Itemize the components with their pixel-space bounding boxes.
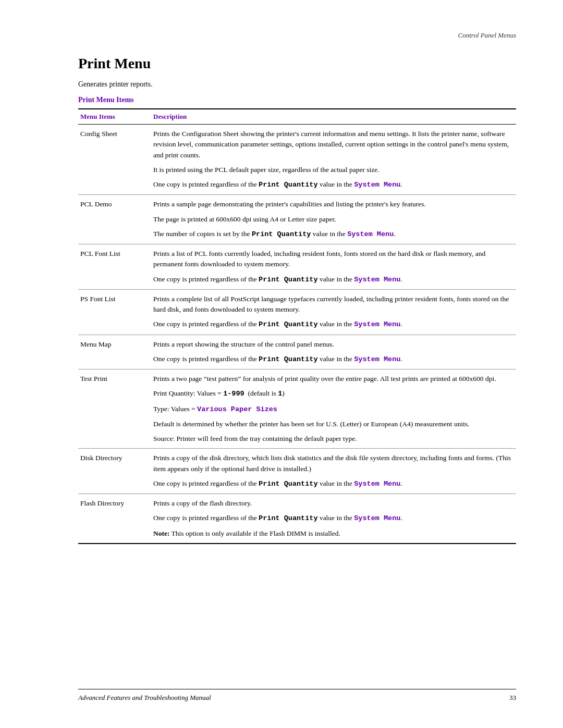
menu-item-disk-directory: Disk Directory: [78, 449, 151, 494]
table-row: Disk Directory Prints a copy of the disk…: [78, 449, 516, 494]
section-heading: Print Menu Items: [78, 96, 516, 104]
menu-item-pcl-font-list: PCL Font List: [78, 244, 151, 290]
table-row: Config Sheet Prints the Configuration Sh…: [78, 125, 516, 195]
footer-left: Advanced Features and Troubleshooting Ma…: [78, 694, 211, 702]
table-row: PCL Demo Prints a sample page demonstrat…: [78, 195, 516, 244]
menu-item-menu-map-desc: Prints a report showing the structure of…: [151, 335, 516, 369]
table-row: PCL Font List Prints a list of PCL fonts…: [78, 244, 516, 290]
menu-item-test-print: Test Print: [78, 369, 151, 449]
menu-item-pcl-font-list-desc: Prints a list of PCL fonts currently loa…: [151, 244, 516, 290]
footer-right: 33: [509, 694, 516, 702]
menu-items-table: Menu Items Description Config Sheet Prin…: [78, 108, 516, 544]
menu-item-config-sheet-desc: Prints the Configuration Sheet showing t…: [151, 125, 516, 195]
table-row: Test Print Prints a two page “test patte…: [78, 369, 516, 449]
table-row: PS Font List Prints a complete list of a…: [78, 289, 516, 335]
footer: Advanced Features and Troubleshooting Ma…: [78, 689, 516, 702]
col-header-menu-items: Menu Items: [78, 109, 151, 125]
menu-item-ps-font-list: PS Font List: [78, 289, 151, 335]
header-right: Control Panel Menus: [78, 31, 516, 40]
table-row: Menu Map Prints a report showing the str…: [78, 335, 516, 369]
menu-item-flash-directory: Flash Directory: [78, 494, 151, 544]
col-header-description: Description: [151, 109, 516, 125]
menu-item-pcl-demo: PCL Demo: [78, 195, 151, 244]
menu-item-ps-font-list-desc: Prints a complete list of all PostScript…: [151, 289, 516, 335]
table-row: Flash Directory Prints a copy of the fla…: [78, 494, 516, 544]
menu-item-pcl-demo-desc: Prints a sample page demonstrating the p…: [151, 195, 516, 244]
menu-item-config-sheet: Config Sheet: [78, 125, 151, 195]
menu-item-flash-directory-desc: Prints a copy of the flash directory. On…: [151, 494, 516, 544]
menu-item-disk-directory-desc: Prints a copy of the disk directory, whi…: [151, 449, 516, 494]
menu-item-test-print-desc: Prints a two page “test pattern” for ana…: [151, 369, 516, 449]
intro-text: Generates printer reports.: [78, 80, 516, 89]
page-title: Print Menu: [78, 55, 516, 72]
menu-item-menu-map: Menu Map: [78, 335, 151, 369]
